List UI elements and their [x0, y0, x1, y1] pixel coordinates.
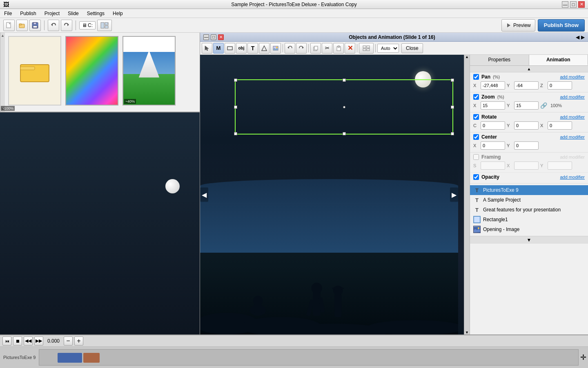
zoom-checkbox[interactable]	[473, 94, 479, 100]
tab-properties[interactable]: Properties	[470, 55, 529, 65]
obj-item-great-features[interactable]: T Great features for your presentation	[470, 205, 588, 215]
handle-top-left[interactable]	[234, 79, 237, 82]
text-tool[interactable]: T	[247, 43, 258, 54]
zoom-minus-button[interactable]: −	[64, 337, 73, 346]
preview-button[interactable]: Preview	[501, 19, 535, 31]
objects-minimize[interactable]: —	[203, 34, 209, 40]
center-x-input[interactable]: 0	[481, 141, 505, 150]
scroll-up-arrow[interactable]: ▲	[1, 34, 4, 38]
close-button[interactable]: ✕	[578, 1, 585, 8]
cursor-tool[interactable]	[202, 43, 212, 54]
zoom-y-input[interactable]: 15	[514, 101, 539, 110]
handle-top-mid[interactable]	[343, 79, 346, 82]
publish-show-button[interactable]: Publish Show	[538, 19, 585, 31]
nav-prev-icon[interactable]: ◀	[576, 34, 579, 40]
close-objects-button[interactable]: Close	[401, 43, 423, 53]
play-prev-button[interactable]: ◀◀	[24, 337, 33, 346]
center-add-modifier[interactable]: add modifier	[560, 135, 585, 139]
center-handle[interactable]	[343, 106, 345, 108]
menu-publish[interactable]: Publish	[18, 10, 38, 17]
auto-select[interactable]: Auto	[377, 44, 399, 53]
scroll-top-arrow[interactable]: ▲	[470, 66, 588, 72]
timeline-segment-2[interactable]	[83, 353, 100, 363]
objects-maximize[interactable]: □	[211, 34, 216, 40]
rotate-checkbox[interactable]	[473, 114, 479, 120]
obj-item-opening-image[interactable]: Opening - Image	[470, 224, 588, 234]
right-scroll-down[interactable]: ▼	[470, 236, 588, 244]
obj-tool[interactable]: obj	[236, 43, 247, 54]
scroll-up-btn[interactable]: ▲	[465, 55, 469, 59]
rect-tool[interactable]	[225, 43, 235, 54]
shape-tool[interactable]	[259, 43, 270, 54]
obj-item-picturestoe9[interactable]: T PicturesToExe 9	[470, 185, 588, 195]
obj-item-sample-project[interactable]: T A Sample Project	[470, 195, 588, 205]
handle-top-right[interactable]	[451, 79, 454, 82]
slide-thumb-2[interactable]: ~100%	[65, 36, 118, 105]
save-button[interactable]	[29, 20, 41, 31]
move-icon[interactable]: ✛	[580, 353, 586, 362]
center-checkbox[interactable]	[473, 134, 479, 140]
canvas-scroll-v[interactable]: ▲ ▼	[464, 55, 470, 334]
timeline-segment-1[interactable]	[58, 353, 82, 363]
pan-z-input[interactable]: 0	[548, 81, 572, 90]
zoom-x-input[interactable]: 15	[481, 101, 505, 110]
slide-canvas[interactable]: ◀ ▶	[200, 55, 464, 334]
layout-button[interactable]	[97, 20, 112, 31]
selection-rectangle[interactable]	[235, 79, 453, 135]
maximize-button[interactable]: □	[570, 1, 577, 8]
new-button[interactable]	[3, 20, 15, 31]
slide-thumb-1[interactable]	[8, 36, 61, 105]
menu-slide[interactable]: Slide	[65, 10, 81, 17]
handle-bot-right[interactable]	[451, 132, 454, 135]
play-stop-button[interactable]: ⏹	[13, 337, 22, 346]
obj-redo[interactable]	[296, 43, 307, 54]
mask-tool[interactable]: M	[213, 43, 224, 54]
obj-undo[interactable]	[285, 43, 295, 54]
nav-next-icon[interactable]: ▶	[581, 34, 585, 40]
menu-file[interactable]: File	[2, 10, 14, 17]
cut-tool[interactable]: ✂	[322, 43, 332, 54]
image-tool[interactable]	[270, 43, 281, 54]
undo-button[interactable]	[48, 20, 59, 31]
pan-y-input[interactable]: -64	[514, 81, 539, 90]
pan-add-modifier[interactable]: add modifier	[560, 74, 585, 79]
copy-style[interactable]	[310, 43, 321, 54]
handle-bot-left[interactable]	[234, 132, 237, 135]
redo-button[interactable]	[61, 20, 72, 31]
tab-animation[interactable]: Animation	[529, 55, 588, 65]
zoom-add-modifier[interactable]: add modifier	[560, 94, 585, 99]
minimize-button[interactable]: —	[562, 1, 568, 8]
menu-project[interactable]: Project	[42, 10, 62, 17]
play-start-button[interactable]: ⏮	[2, 337, 11, 346]
framing-checkbox[interactable]	[473, 154, 479, 160]
rotate-c-input[interactable]: 0	[481, 121, 505, 130]
canvas-next-arrow[interactable]: ▶	[450, 188, 458, 202]
timeline-track[interactable]	[39, 349, 579, 366]
opacity-add-modifier[interactable]: add modifier	[560, 175, 585, 180]
paste-tool[interactable]	[333, 43, 344, 54]
handle-mid-left[interactable]	[234, 105, 237, 109]
delete-tool[interactable]: ✕	[345, 43, 355, 54]
canvas-prev-arrow[interactable]: ◀	[200, 188, 208, 202]
rotate-y-input[interactable]: 0	[514, 121, 539, 130]
center-y-input[interactable]: 0	[514, 141, 539, 150]
play-next-button[interactable]: ▶▶	[34, 337, 43, 346]
zoom-plus-button[interactable]: +	[74, 337, 83, 346]
slide-thumb-3[interactable]: ~40%	[122, 36, 176, 105]
menu-settings[interactable]: Settings	[85, 10, 107, 17]
zoom-link-icon[interactable]: 🔗	[540, 102, 547, 109]
rotate-x-input[interactable]: 0	[548, 121, 572, 130]
handle-mid-right[interactable]	[451, 105, 454, 109]
rotate-add-modifier[interactable]: add modifier	[560, 114, 585, 119]
grid-toggle[interactable]	[359, 43, 374, 54]
obj-item-rectangle1[interactable]: Rectangle1	[470, 215, 588, 224]
drive-selector[interactable]: 🖥 C:	[79, 21, 96, 29]
strip-scroll[interactable]: ▲ ▼	[0, 33, 5, 112]
open-button[interactable]	[16, 20, 28, 31]
pan-x-input[interactable]: -27,448	[481, 81, 505, 90]
scroll-down-btn[interactable]: ▼	[465, 330, 469, 334]
pan-checkbox[interactable]	[473, 74, 479, 80]
objects-close[interactable]: ✕	[218, 34, 224, 40]
menu-help[interactable]: Help	[110, 10, 125, 17]
opacity-checkbox[interactable]	[473, 174, 479, 180]
